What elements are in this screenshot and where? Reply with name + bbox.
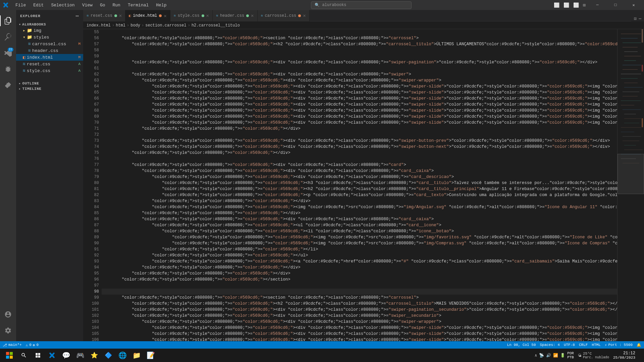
systray-expand[interactable]: ∧ [535,353,537,358]
sidebar-item-reset-css[interactable]: ≋ reset.css A [16,61,83,67]
taskbar-app-files[interactable]: 📁 [130,349,143,362]
tab-close-icon-2[interactable]: ✕ [206,13,209,18]
menu-terminal[interactable]: Terminal [124,1,152,9]
menu-go[interactable]: Go [97,1,109,9]
minimize-button[interactable]: ─ [590,0,605,10]
vscode-icon [3,2,9,8]
svg-rect-32 [642,118,643,127]
new-file-icon[interactable]: ⋯ [75,13,79,19]
taskbar-app-unknown1[interactable]: ⭐ [88,349,101,362]
volume-icon[interactable]: 🔊 [546,353,551,358]
sidebar-item-index-html[interactable]: ◧ index.html M [16,54,83,61]
activity-settings[interactable] [0,322,16,339]
more-actions-icon[interactable]: ⋯ [639,16,641,21]
code-content[interactable]: "color:#9cdcfe;">style"color:#808080;">=… [102,29,617,341]
tab-header-css[interactable]: ≋ header.css ✕ [213,10,257,21]
line-numbers: 5556575859606162636465666768697071727374… [83,29,102,341]
language-mode[interactable]: HTML [592,343,600,347]
network-icon[interactable]: 📡 [539,353,544,358]
svg-rect-16 [621,105,634,105]
start-button[interactable] [3,349,16,362]
close-button[interactable]: ✕ [626,0,641,10]
tab-index-html[interactable]: ◧ index.html ✕ [125,10,170,21]
tab-style-css[interactable]: ≋ style.css ✕ [170,10,213,21]
svg-rect-10 [621,78,638,78]
activity-search[interactable] [0,29,16,45]
svg-rect-8 [623,69,638,70]
sidebar-item-style-css[interactable]: ≋ style.css A [16,67,83,74]
svg-rect-20 [624,123,639,123]
errors-warnings[interactable]: ⚠ 0 ⊗ 0 [26,343,39,347]
git-branch[interactable]: ⎇ main*+ [3,343,22,347]
tab-close-icon-4[interactable]: ✕ [303,13,306,18]
status-bar: ⎇ main*+ ⚠ 0 ⊗ 0 Ln 98, Col 50 Spaces: 4… [0,341,644,349]
indentation[interactable]: Spaces: 4 [540,343,560,347]
split-editor-icon[interactable]: ⊡ [634,16,637,21]
editor[interactable]: 5556575859606162636465666768697071727374… [83,29,644,341]
taskbar-app-unknown2[interactable]: 🔷 [102,349,115,362]
svg-rect-3 [623,47,638,47]
search-bar[interactable]: 🔍 alurabooks [311,1,412,9]
weather: 🌤 25°C Parc. nublado [578,352,609,359]
taskbar-app-browser[interactable]: 🌐 [116,349,129,362]
taskbar-app-whatsapp[interactable]: 💬 [60,349,72,362]
battery-icon[interactable]: 🔋 [560,353,565,358]
title-bar: File Edit Selection View Go Run Terminal… [0,0,644,10]
sidebar-item-styles[interactable]: ▾ 📁 styles [16,34,83,41]
menu-selection[interactable]: Selection [48,1,78,9]
svg-rect-11 [624,83,638,83]
menu-file[interactable]: File [12,1,29,9]
line-ending[interactable]: CRLF [579,343,588,347]
sidebar-item-carrossel-css[interactable]: ≋ carrossel.css M [16,41,83,47]
sidebar-section-outline[interactable]: ▸ OUTLINE [16,81,83,86]
svg-rect-25 [624,145,636,145]
menu-edit[interactable]: Edit [30,1,47,9]
menu-view[interactable]: View [79,1,96,9]
taskbar-task-view[interactable] [32,349,44,362]
svg-rect-17 [623,109,641,110]
notifications-icon[interactable]: 🔔 [637,343,641,347]
menu-help[interactable]: Help [153,1,170,9]
taskbar-app-vscode[interactable] [46,349,58,362]
svg-rect-27 [621,154,641,154]
activity-bar: 22 [0,10,16,341]
cursor-position[interactable]: Ln 98, Col 50 [507,343,536,347]
svg-rect-2 [623,43,641,43]
svg-rect-21 [621,127,641,128]
activity-extensions[interactable] [0,77,16,93]
activity-debug[interactable] [0,61,16,77]
grid-icon[interactable]: ⊞ [582,1,587,9]
panels-icon[interactable]: ⬜ [572,1,580,9]
git-badge: 22 [8,48,13,52]
sidebar-section-timeline[interactable]: ▸ TIMELINE [16,86,83,92]
svg-rect-5 [624,56,641,56]
sidebar-root[interactable]: ▾ ALURABOOKS [16,22,83,27]
language-indicator[interactable]: PORPTB [567,351,574,359]
live-server-port[interactable]: ⚡ Port : 5500 [605,343,633,347]
tab-close-icon-active[interactable]: ✕ [164,13,166,19]
maximize-button[interactable]: □ [608,0,623,10]
menu-run[interactable]: Run [109,1,123,9]
tab-reset-css[interactable]: ≋ reset.css ✕ [83,10,125,21]
sidebar-toggle-icon[interactable]: ⬜ [552,1,561,9]
svg-rect-33 [6,352,9,355]
activity-account[interactable] [0,306,16,322]
wifi-icon[interactable]: 📶 [553,353,558,358]
activity-git[interactable]: 22 [0,45,16,61]
taskbar-app-discord[interactable]: 🎮 [74,349,87,362]
sidebar-item-img[interactable]: ▸ 📁 img [16,27,83,34]
svg-rect-4 [624,52,638,52]
layout-icon[interactable]: ⬜ [562,1,571,9]
tab-close-icon-3[interactable]: ✕ [251,13,254,18]
activity-explorer[interactable] [0,13,16,29]
clock[interactable]: 21:12 25/08/2023 [613,351,635,360]
taskbar-search[interactable] [17,349,30,362]
encoding[interactable]: UTF-8 [564,343,575,347]
sidebar-item-header-css[interactable]: ≋ header.css [16,47,83,54]
minimap [617,29,644,341]
svg-rect-13 [623,92,639,92]
tab-carrossel-css[interactable]: ≋ carrossel.css ✕ [258,10,310,21]
svg-rect-7 [623,65,641,65]
taskbar-app-notes[interactable]: 📝 [144,349,157,362]
tab-close-icon[interactable]: ✕ [119,13,122,18]
